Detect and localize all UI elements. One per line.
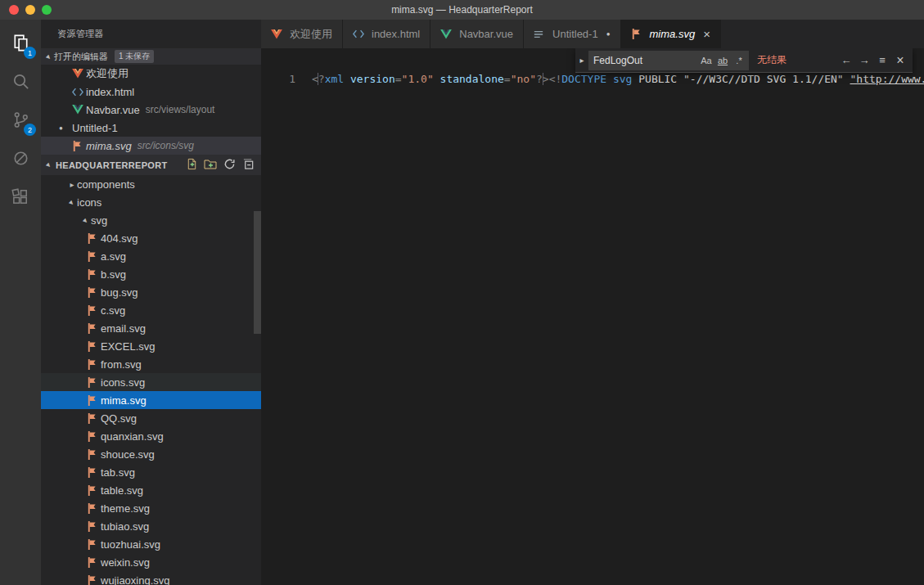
open-editor-item[interactable]: mima.svgsrc/icons/svg [41,137,261,155]
source-control-activity-button[interactable]: 2 [0,101,41,140]
maximize-window-button[interactable] [42,5,52,15]
new-folder-icon [204,158,217,172]
tree-file-row[interactable]: from.svg [41,355,261,373]
find-in-selection-icon[interactable]: ≡ [873,54,891,66]
search-activity-button[interactable] [0,63,41,101]
open-editor-item[interactable]: 欢迎使用 [41,65,261,83]
file-label: tubiao.svg [101,520,149,533]
explorer-tree: ▸components▸icons▸svg404.svga.svgb.svgbu… [41,175,261,585]
file-label: bug.svg [101,286,138,299]
tab-label: mima.svg [650,28,696,40]
code-token: "1.0" [402,73,434,85]
open-editor-item[interactable]: Navbar.vuesrc/views/layout [41,101,261,119]
editor-tab[interactable]: mima.svg× [621,20,721,48]
folder-label: components [77,178,135,191]
title-bar: mima.svg — HeadquarterReport [0,0,924,20]
code-token: svg [613,73,632,85]
open-editors-label: 打开的编辑器 [54,51,108,63]
svg-file-icon [87,341,101,352]
debug-activity-button[interactable] [0,140,41,178]
collapse-all-icon [242,158,255,172]
close-window-button[interactable] [9,5,19,15]
tree-file-row[interactable]: tab.svg [41,463,261,481]
new-file-button[interactable] [185,159,198,172]
tree-folder-row[interactable]: ▸components [41,175,261,193]
previous-match-icon[interactable]: ← [837,54,855,66]
project-root-header[interactable]: ▸ HEADQUARTERREPORT [41,155,261,175]
tree-file-row[interactable]: c.svg [41,301,261,319]
chevron-collapsed-icon: ▸ [67,180,77,189]
minimize-window-button[interactable] [25,5,35,15]
next-match-icon[interactable]: → [855,54,873,66]
new-file-icon [186,158,198,172]
tree-file-row[interactable]: shouce.svg [41,445,261,463]
code-token [344,73,350,85]
line-number: 1 [261,73,312,85]
code-token: = [504,73,511,85]
tree-file-row[interactable]: quanxian.svg [41,427,261,445]
tree-folder-row[interactable]: ▸svg [41,211,261,229]
tree-file-row[interactable]: email.svg [41,319,261,337]
file-label: mima.svg [101,394,146,407]
svg-file-icon [87,575,101,585]
code-token: ? [318,73,325,85]
explorer-activity-button[interactable]: 1 [0,25,41,63]
svg-file-icon [87,521,101,532]
new-folder-button[interactable] [204,159,217,172]
tree-file-row[interactable]: EXCEL.svg [41,337,261,355]
refresh-icon [223,158,236,172]
vue-icon [72,105,86,115]
tree-file-row[interactable]: theme.svg [41,499,261,517]
close-icon[interactable]: × [891,53,909,68]
tree-file-row[interactable]: weixin.svg [41,553,261,571]
svg-file-icon [87,449,101,460]
collapse-all-button[interactable] [241,159,255,172]
window-title: mima.svg — HeadquarterReport [391,4,533,16]
find-input[interactable] [593,55,698,66]
tree-file-row[interactable]: mima.svg [41,391,261,409]
file-path-detail: src/icons/svg [137,140,194,151]
whole-word-icon[interactable]: ab [714,56,731,65]
tree-file-row[interactable]: 404.svg [41,229,261,247]
extensions-icon [11,187,31,209]
folder-label: svg [91,214,107,227]
sidebar-scrollbar[interactable] [254,211,261,334]
open-editor-item[interactable]: ●Untitled-1 [41,119,261,137]
tree-file-row[interactable]: b.svg [41,265,261,283]
svg-file-icon [631,29,645,39]
svg-file-icon [87,359,101,370]
close-icon[interactable]: × [703,28,710,40]
svg-file-icon [87,377,101,388]
editor[interactable]: ▸ Aa ab .* 无结果 ← → ≡ × 1 <?xml version="… [261,48,924,585]
tree-file-row[interactable]: tubiao.svg [41,517,261,535]
svg-file-icon [87,233,101,244]
code-token: xml [325,73,344,85]
editor-tab[interactable]: Untitled-1● [524,20,620,48]
file-label: wujiaoxing.svg [101,574,170,585]
activity-bar: 1 2 [0,20,41,585]
svg-file-icon [87,413,101,424]
regex-icon[interactable]: .* [731,56,747,65]
tree-file-row[interactable]: QQ.svg [41,409,261,427]
tree-file-row[interactable]: bug.svg [41,283,261,301]
tree-file-row[interactable]: wujiaoxing.svg [41,571,261,585]
editor-tab[interactable]: 欢迎使用 [261,20,343,48]
toggle-replace-icon[interactable]: ▸ [575,56,588,65]
tree-folder-row[interactable]: ▸icons [41,193,261,211]
file-label: Untitled-1 [72,122,118,134]
code-token: ? [536,73,543,85]
refresh-button[interactable] [223,159,236,172]
match-case-icon[interactable]: Aa [698,56,714,65]
unsaved-count-badge: 1 未保存 [115,50,154,63]
tree-file-row[interactable]: icons.svg [41,373,261,391]
editor-tab[interactable]: index.html [343,20,430,48]
tab-label: index.html [372,28,420,40]
tree-file-row[interactable]: tuozhuai.svg [41,535,261,553]
tree-file-row[interactable]: a.svg [41,247,261,265]
open-editors-header[interactable]: ▸ 打开的编辑器 1 未保存 [41,48,261,65]
open-editor-item[interactable]: index.html [41,83,261,101]
editor-tab[interactable]: Navbar.vue [430,20,524,48]
text-icon [534,29,548,39]
tree-file-row[interactable]: table.svg [41,481,261,499]
extensions-activity-button[interactable] [0,178,41,217]
